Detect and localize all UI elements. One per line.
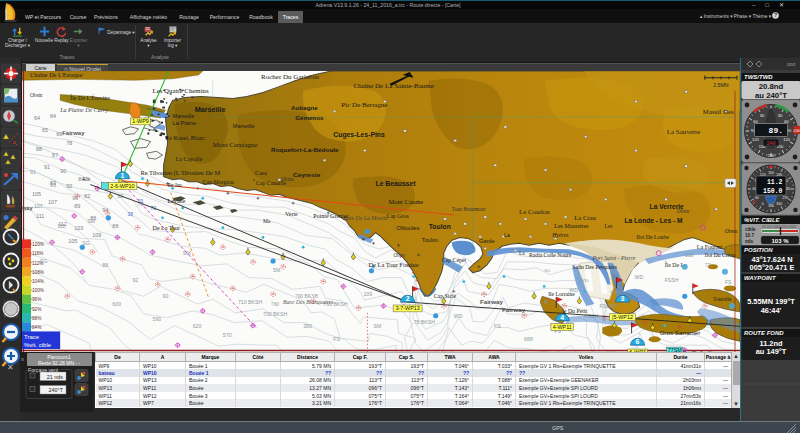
svg-text:84%: 84% [32, 325, 41, 330]
svg-text:cible: cible [745, 227, 756, 232]
svg-text:116%: 116% [32, 252, 43, 257]
svg-text:Trace: Trace [24, 334, 40, 340]
svg-text:90: 90 [60, 168, 66, 174]
svg-text:Marseille: Marseille [233, 123, 255, 129]
svg-text:Rocher Du Garlaban: Rocher Du Garlaban [261, 73, 320, 81]
svg-text:64: 64 [34, 115, 40, 121]
svg-text:WD: WD [580, 278, 589, 283]
svg-text:111: 111 [36, 213, 44, 219]
svg-text:Cap Morgiou: Cap Morgiou [203, 179, 234, 185]
svg-text:Verte: Verte [285, 211, 298, 217]
svg-text:0: 0 [762, 202, 764, 206]
svg-text:îlot De Loube: îlot De Loube [636, 234, 670, 240]
svg-text:88: 88 [112, 223, 118, 229]
svg-text:Levade: Levade [168, 198, 186, 204]
svg-text:78 BKSH: 78 BKSH [414, 319, 436, 325]
svg-text:Massif Des: Massif Des [703, 108, 734, 115]
svg-text:|5-WP12: |5-WP12 [612, 314, 633, 320]
svg-text:La Fourmi: La Fourmi [697, 244, 723, 250]
svg-text:84: 84 [50, 113, 56, 119]
svg-text:La: La [519, 250, 525, 256]
svg-text:La Plaine: La Plaine [173, 120, 196, 126]
svg-text:30: 30 [755, 196, 759, 200]
svg-text:Toulon: Toulon [422, 237, 439, 243]
svg-text:65: 65 [42, 127, 48, 133]
svg-text:Garde: Garde [479, 238, 495, 244]
svg-text:Île De L'Érevine: Île De L'Érevine [70, 94, 110, 101]
svg-text:3-7-WP13: 3-7-WP13 [395, 305, 419, 311]
svg-text:688: 688 [524, 336, 533, 342]
svg-text:De La Tour: De La Tour [153, 225, 181, 231]
svg-text:SM: SM [373, 323, 381, 329]
svg-text:Salin Des Pesquiers: Salin Des Pesquiers [572, 264, 617, 270]
svg-text:FS: FS [725, 280, 732, 286]
svg-text:FS: FS [494, 323, 501, 329]
svg-text:Chaîne De L'Estaque: Chaîne De L'Estaque [30, 72, 83, 78]
svg-text:ROUTE FOND: ROUTE FOND [744, 330, 784, 336]
svg-text:Hyères: Hyères [551, 233, 569, 239]
svg-text:005°20.471 E: 005°20.471 E [750, 263, 795, 272]
svg-text:590: 590 [153, 316, 162, 322]
svg-text:Fairway: Fairway [62, 130, 85, 136]
svg-text:82: 82 [84, 193, 90, 199]
svg-text:Le Rouet, Blanc: Le Rouet, Blanc [166, 135, 206, 141]
svg-text:Baie De La Moutte: Baie De La Moutte [343, 215, 388, 221]
svg-text:Obstn: Obstn [30, 92, 43, 98]
svg-text:La Cayolle: La Cayolle [176, 156, 203, 162]
svg-text:Ceyreste: Ceyreste [293, 171, 321, 179]
svg-text:way: way [22, 205, 34, 211]
svg-text:Cap Gros: Cap Gros [387, 213, 410, 219]
svg-text:1: 1 [120, 172, 124, 179]
svg-text:240°T: 240°T [49, 387, 64, 393]
svg-text:570: 570 [223, 332, 232, 338]
svg-text:4-WP11: 4-WP11 [553, 324, 572, 330]
svg-text:?: ? [774, 12, 777, 18]
svg-text:SG: SG [544, 268, 551, 273]
svg-text:88: 88 [36, 146, 42, 152]
svg-text:2: 2 [406, 295, 410, 302]
svg-text:89.: 89. [769, 126, 783, 135]
svg-text:Re Jau: Re Jau [168, 182, 182, 188]
svg-text:Le Beausset: Le Beausset [375, 180, 416, 187]
svg-text:WD: WD [454, 313, 463, 319]
svg-text:78: 78 [66, 140, 72, 146]
svg-text:Les Quatre Chemins: Les Quatre Chemins [153, 87, 209, 94]
svg-text:6: 6 [636, 338, 640, 345]
svg-text:4: 4 [560, 314, 564, 321]
svg-text:100%: 100% [32, 288, 44, 293]
svg-text:Tour Beaumont: Tour Beaumont [452, 206, 486, 212]
svg-text:au 240°T: au 240°T [755, 91, 787, 100]
svg-text:Obstn: Obstn [677, 208, 690, 214]
svg-text:Marseille: Marseille [173, 113, 195, 119]
svg-text:Banc Des Blanquatres: Banc Des Blanquatres [283, 299, 333, 305]
svg-text:Fairway: Fairway [480, 298, 504, 305]
svg-text:Les Maurettes: Les Maurettes [554, 223, 589, 229]
svg-text:105: 105 [68, 238, 77, 244]
svg-text:le Du Petit: le Du Petit [562, 308, 587, 314]
svg-text:Port Saint - Pierre: Port Saint - Pierre [591, 255, 636, 261]
svg-text:îlot Du Créau: îlot Du Créau [704, 252, 736, 258]
svg-text:380: 380 [303, 323, 312, 329]
svg-text:au 149°T: au 149°T [756, 347, 787, 356]
svg-text:Obstr: Obstr [394, 252, 406, 258]
svg-text:Toulon: Toulon [429, 223, 451, 230]
svg-text:21 nds: 21 nds [47, 374, 63, 380]
svg-text:Pic De Bertagne: Pic De Bertagne [341, 101, 387, 109]
svg-text:270: 270 [782, 196, 788, 200]
svg-text:86: 86 [90, 215, 96, 221]
svg-text:89: 89 [74, 203, 80, 209]
svg-text:91: 91 [30, 169, 36, 175]
svg-text:La Plaine De Carry: La Plaine De Carry [59, 107, 108, 113]
svg-text:96%: 96% [32, 298, 41, 303]
svg-text:Cuges-Les-Pins: Cuges-Les-Pins [333, 131, 385, 139]
svg-text:Re Tiboulen (L Tiboulen De M: Re Tiboulen (L Tiboulen De M [140, 169, 220, 177]
svg-text:5M: 5M [273, 267, 280, 273]
svg-text:72: 72 [705, 262, 711, 268]
svg-text:105: 105 [32, 191, 41, 197]
svg-text:Mont Carpiagne: Mont Carpiagne [213, 141, 258, 148]
svg-text:103: 103 [74, 225, 83, 231]
svg-text:103 %: 103 % [771, 238, 789, 244]
svg-text:FSSH: FSSH [665, 278, 679, 284]
svg-text:3: 3 [621, 295, 625, 302]
svg-text:240: 240 [766, 141, 775, 147]
